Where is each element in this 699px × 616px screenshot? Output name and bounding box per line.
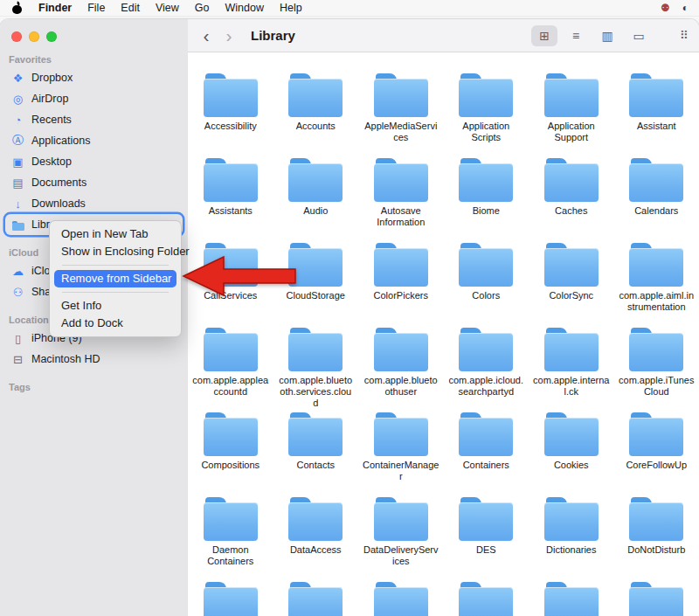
list-view-button[interactable]: ≡ [563, 25, 589, 46]
folder-item[interactable]: Colors [444, 243, 529, 328]
folder-item[interactable]: Audio [273, 158, 359, 243]
menubar-menu[interactable]: Window [217, 0, 271, 16]
folder-item[interactable]: com.apple.appleaccountd [188, 328, 273, 412]
folder-item[interactable]: Dictionaries [529, 497, 614, 582]
folder-icon [204, 412, 258, 456]
menubar-status-area: ⚉ ◐ [661, 0, 689, 16]
icon-view-button[interactable]: ⊞ [531, 25, 557, 46]
folder-icon [544, 243, 599, 287]
folder-icon [288, 582, 343, 616]
folder-item[interactable]: CoreFollowUp [614, 412, 699, 497]
sidebar-item-macintosh-hd[interactable]: ⊟ Macintosh HD [5, 349, 183, 370]
folder-item[interactable]: Biome [444, 158, 529, 243]
group-by-button[interactable]: ⠿ [680, 29, 694, 42]
context-menu-item[interactable]: Add to Dock [54, 315, 176, 332]
minimize-window-button[interactable] [29, 31, 39, 42]
dropbox-icon: ❖ [10, 72, 25, 85]
folder-icon [544, 328, 599, 371]
sidebar-item-desktop[interactable]: ▣ Desktop [5, 151, 183, 172]
folder-icon [288, 158, 343, 202]
menubar-menu[interactable]: View [148, 0, 187, 16]
folder-label: AppleMediaServices [363, 121, 439, 143]
folder-item[interactable]: AppleMediaServices [358, 73, 444, 158]
sidebar-item-recents[interactable]: ◔ Recents [5, 109, 183, 130]
context-menu-item[interactable]: Get Info [54, 297, 176, 315]
folder-icon [544, 73, 599, 117]
folder-item[interactable]: ColorPickers [358, 243, 444, 328]
folder-item[interactable]: Assistants [188, 158, 273, 243]
folder-item[interactable]: ColorSync [529, 243, 614, 328]
folder-item[interactable]: DES [444, 497, 529, 582]
folder-item[interactable]: Application Scripts [444, 73, 529, 158]
folder-icon [288, 412, 343, 456]
column-view-button[interactable]: ▥ [594, 25, 620, 46]
context-menu-item[interactable]: Remove from Sidebar [54, 270, 176, 287]
folder-item[interactable]: com.apple.aiml.instrumentation [614, 243, 699, 328]
menubar-menu[interactable]: Help [272, 0, 310, 16]
folder-item[interactable]: com.apple.internal.ck [529, 328, 614, 412]
folder-item-partial[interactable] [614, 582, 699, 616]
document-icon: ▤ [10, 176, 25, 190]
sidebar-item-dropbox[interactable]: ❖ Dropbox [5, 67, 183, 88]
sidebar-item-downloads[interactable]: ↓ Downloads [5, 193, 183, 214]
gallery-view-button[interactable]: ▭ [626, 25, 652, 46]
folder-icon [459, 582, 513, 616]
menubar-menu[interactable]: Go [187, 0, 218, 16]
folder-item[interactable]: Accounts [273, 73, 359, 158]
folder-item[interactable]: Caches [529, 158, 614, 243]
folder-label: CoreFollowUp [626, 460, 687, 471]
folder-icon [629, 73, 683, 117]
folder-item-partial[interactable] [529, 582, 614, 616]
folder-item[interactable]: Compositions [188, 412, 273, 497]
context-menu-item[interactable]: Show in Enclosing Folder [54, 243, 176, 260]
folder-item[interactable]: DoNotDisturb [614, 497, 699, 582]
zoom-window-button[interactable] [46, 31, 57, 42]
folder-item[interactable]: DataAccess [273, 497, 359, 582]
menubar-menu[interactable]: Edit [113, 0, 148, 16]
context-menu-item[interactable]: Open in New Tab [54, 225, 176, 243]
folder-item[interactable]: ContainerManager [358, 412, 444, 497]
folder-item[interactable]: Application Support [529, 73, 614, 158]
folder-item[interactable]: com.apple.iTunesCloud [614, 328, 699, 412]
folder-item[interactable]: Assistant [614, 73, 699, 158]
folder-item[interactable]: Accessibility [188, 73, 273, 158]
close-window-button[interactable] [11, 31, 22, 42]
folder-icon [544, 158, 599, 202]
sidebar-item-documents[interactable]: ▤ Documents [5, 172, 183, 193]
folder-item[interactable]: DataDeliveryServices [358, 497, 444, 582]
folder-item-partial[interactable] [188, 582, 273, 616]
folder-icon [374, 243, 428, 287]
folder-item[interactable]: Autosave Information [358, 158, 444, 243]
menubar-menu-finder[interactable]: Finder [31, 0, 80, 16]
folder-item[interactable]: com.apple.bluetoothuser [358, 328, 444, 412]
folder-item[interactable]: com.apple.icloud.searchpartyd [444, 328, 529, 412]
control-center-icon[interactable]: ◐ [682, 0, 689, 16]
sidebar-section-favorites: Favorites ❖ Dropbox ◎ AirDrop ◔ [0, 54, 188, 235]
folder-icon [204, 328, 258, 371]
folder-item-partial[interactable] [273, 582, 359, 616]
folder-item[interactable]: Daemon Containers [188, 497, 273, 582]
back-button[interactable]: ‹ [197, 20, 216, 52]
sidebar-item-applications[interactable]: Ⓐ Applications [5, 130, 183, 151]
folder-icon [288, 497, 343, 541]
shared-icon: ⚇ [10, 286, 25, 299]
folder-icon [374, 497, 428, 541]
folder-item-partial[interactable] [358, 582, 444, 616]
folder-item-partial[interactable] [444, 582, 529, 616]
forward-button[interactable]: › [219, 20, 239, 52]
folder-item[interactable]: Calendars [614, 158, 699, 243]
folder-item[interactable]: Cookies [529, 412, 614, 497]
folder-item[interactable]: com.apple.bluetooth.services.cloud [273, 328, 359, 412]
apple-logo-icon[interactable] [12, 3, 24, 14]
applications-icon: Ⓐ [10, 133, 25, 149]
sidebar-item-airdrop[interactable]: ◎ AirDrop [5, 88, 183, 109]
folder-label: Accessibility [204, 121, 257, 132]
folder-item[interactable]: Containers [444, 412, 529, 497]
folder-item[interactable]: Contacts [273, 412, 359, 497]
sidebar-item-label: Dropbox [31, 72, 73, 84]
menubar-menu[interactable]: File [80, 0, 113, 16]
sidebar-item-label: Recents [31, 114, 72, 126]
menu-separator [62, 292, 169, 293]
folder-icon [459, 243, 513, 287]
fast-user-switch-icon[interactable]: ⚉ [661, 0, 670, 16]
